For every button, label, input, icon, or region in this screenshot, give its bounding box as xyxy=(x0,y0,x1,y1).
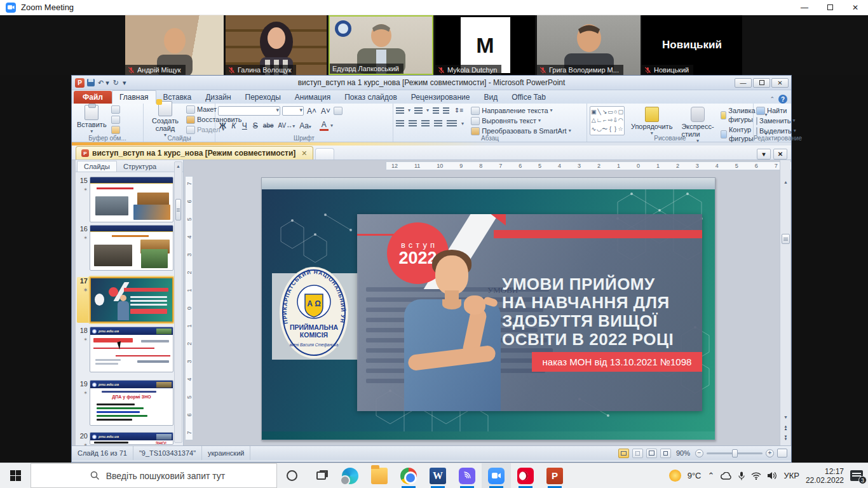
ribbon-collapse-icon[interactable]: ⌃ xyxy=(770,96,775,102)
smartart-button[interactable]: Преобразовать в SmartArt▾ xyxy=(471,126,571,135)
zoom-out-button[interactable]: − xyxy=(695,449,703,458)
restore-button[interactable] xyxy=(817,0,843,15)
font-name-combo[interactable] xyxy=(218,106,280,116)
tab-review[interactable]: Рецензирование xyxy=(404,91,477,104)
font-color-button[interactable]: A xyxy=(320,120,329,131)
vertical-scrollbar[interactable]: ▲ ▼ ▲▲ ▼▼ xyxy=(780,160,790,445)
onedrive-cloud-icon[interactable] xyxy=(721,472,732,480)
participant-tile[interactable]: Новицький Новицький xyxy=(642,15,742,75)
tab-file[interactable]: Файл xyxy=(74,91,112,104)
slide-counter[interactable]: Слайд 16 из 71 xyxy=(72,446,133,460)
zoom-slider[interactable] xyxy=(707,452,763,454)
ppt-restore-button[interactable] xyxy=(753,78,770,88)
shrink-font-button[interactable]: A˅ xyxy=(320,107,332,116)
bold-button[interactable]: Ж xyxy=(218,121,227,130)
normal-view-button[interactable] xyxy=(618,449,629,458)
weather-sun-icon[interactable] xyxy=(669,470,681,482)
taskbar-app-explorer[interactable] xyxy=(365,463,394,488)
new-slide-button[interactable]: Создать слайд▾ xyxy=(146,100,184,139)
panel-scrollbar[interactable]: ▲ xyxy=(174,161,182,443)
decrease-indent-icon[interactable] xyxy=(433,107,439,114)
panel-tab-slides[interactable]: Слайды xyxy=(77,161,117,172)
participant-tile[interactable]: Галина Волощук xyxy=(226,15,327,75)
slide-thumbnail-row[interactable]: 16✶ xyxy=(77,225,173,271)
replace-button[interactable]: Заменить▾ xyxy=(756,116,788,125)
document-tab[interactable]: P виступ_вступ на 1 курс_нова [Режим сов… xyxy=(76,146,313,159)
taskbar-app-word[interactable]: W xyxy=(423,463,452,488)
wifi-icon[interactable] xyxy=(751,472,761,480)
arrange-button[interactable]: Упорядочить▾ xyxy=(628,106,675,137)
tray-expand-icon[interactable]: ⌃ xyxy=(708,471,715,480)
previous-slide-button[interactable]: ▲▲ xyxy=(782,423,790,431)
language-indicator[interactable]: украинский xyxy=(202,446,250,460)
participant-tile[interactable]: Андрій Міщук xyxy=(125,15,224,75)
redo-button[interactable]: ↻ xyxy=(112,79,119,87)
grow-font-button[interactable]: A˄ xyxy=(306,107,318,116)
paste-button[interactable]: Вставить▾ xyxy=(74,104,109,135)
numbering-icon[interactable] xyxy=(414,107,423,114)
find-button[interactable]: Найти xyxy=(756,106,788,115)
task-view-button[interactable] xyxy=(306,463,336,488)
cortana-button[interactable] xyxy=(277,463,306,488)
participant-tile[interactable]: M Mykola Dutchyn xyxy=(435,15,535,75)
change-case-button[interactable]: Aa▾ xyxy=(298,121,313,130)
bullets-icon[interactable] xyxy=(396,107,404,114)
subscript-button[interactable]: abe xyxy=(262,122,275,129)
strikethrough-button[interactable]: S xyxy=(251,121,260,130)
speaker-icon[interactable] xyxy=(768,471,777,480)
slide-thumbnail-row[interactable]: 15✶ xyxy=(77,177,173,222)
slide-thumbnail-row[interactable]: 19✶ pnu.edu.ua ДПА у формі ЗНО xyxy=(77,380,173,426)
line-spacing-icon[interactable]: ⇕≡ xyxy=(453,107,465,114)
microphone-icon[interactable] xyxy=(738,471,745,480)
tab-office-tab[interactable]: Office Tab xyxy=(505,91,553,104)
taskbar-app-chrome[interactable] xyxy=(394,463,423,488)
tab-list-dropdown-button[interactable]: ▾ xyxy=(757,149,771,159)
template-name[interactable]: "9_TS103431374" xyxy=(133,446,202,460)
clear-formatting-icon[interactable] xyxy=(334,107,342,115)
cut-icon[interactable] xyxy=(111,105,120,114)
text-direction-button[interactable]: Направление текста▾ xyxy=(471,106,571,115)
undo-button[interactable]: ↶ ▾ xyxy=(97,79,110,87)
participant-tile[interactable]: Грига Володимир М... xyxy=(537,15,641,75)
document-tab-close-icon[interactable]: ✕ xyxy=(301,149,307,158)
italic-button[interactable]: К xyxy=(229,121,238,130)
select-button[interactable]: Выделить▾ xyxy=(756,126,788,135)
font-size-combo[interactable] xyxy=(282,106,304,116)
tab-transitions[interactable]: Переходы xyxy=(238,91,288,104)
minimize-button[interactable]: — xyxy=(792,0,817,15)
zoom-in-button[interactable]: + xyxy=(766,449,774,458)
character-spacing-button[interactable]: AV↔▾ xyxy=(277,122,297,129)
save-icon[interactable] xyxy=(87,79,95,86)
reading-view-button[interactable] xyxy=(646,449,657,458)
align-text-button[interactable]: Выровнять текст▾ xyxy=(471,116,571,125)
clock[interactable]: 12:1722.02.2022 xyxy=(806,467,844,485)
slideshow-view-button[interactable] xyxy=(660,449,671,458)
panel-tab-outline[interactable]: Структура xyxy=(117,161,163,172)
shapes-gallery[interactable]: ▣╲↘▭○▢ △∟⌐⇨⇩◠ ∿◡〜{}☆ xyxy=(590,106,625,135)
slide-thumbnail-row-selected[interactable]: 17✶ xyxy=(77,277,173,323)
new-document-tab-stub[interactable] xyxy=(315,148,334,159)
taskbar-app-zoom-active[interactable] xyxy=(482,463,511,488)
keyboard-language[interactable]: УКР xyxy=(783,471,799,480)
tab-view[interactable]: Вид xyxy=(477,91,505,104)
quick-access-customize-button[interactable]: ▾ xyxy=(122,79,127,87)
copy-icon[interactable] xyxy=(111,116,120,124)
align-center-icon[interactable] xyxy=(409,120,417,126)
next-slide-button[interactable]: ▼▼ xyxy=(782,433,790,442)
slide-thumbnail-row[interactable]: 18✶ pnu.edu.ua xyxy=(77,327,173,372)
close-button[interactable]: ✕ xyxy=(843,0,868,15)
justify-icon[interactable] xyxy=(434,120,442,126)
tab-slideshow[interactable]: Показ слайдов xyxy=(337,91,404,104)
columns-icon[interactable] xyxy=(447,120,457,126)
format-painter-icon[interactable] xyxy=(111,126,120,134)
weather-temperature[interactable]: 9°C xyxy=(688,471,702,480)
fit-to-window-button[interactable] xyxy=(777,449,787,458)
zoom-level[interactable]: 90% xyxy=(676,449,690,457)
taskbar-app-powerpoint[interactable]: P xyxy=(540,463,569,488)
participant-tile-active-speaker[interactable]: Едуард Лапковський xyxy=(329,15,433,75)
tab-animation[interactable]: Анимация xyxy=(288,91,337,104)
align-left-icon[interactable] xyxy=(396,120,404,126)
taskbar-app-kmplayer[interactable] xyxy=(511,463,540,488)
taskbar-search-input[interactable]: Введіть пошуковий запит тут xyxy=(31,463,277,488)
taskbar-app-viber[interactable] xyxy=(452,463,482,488)
